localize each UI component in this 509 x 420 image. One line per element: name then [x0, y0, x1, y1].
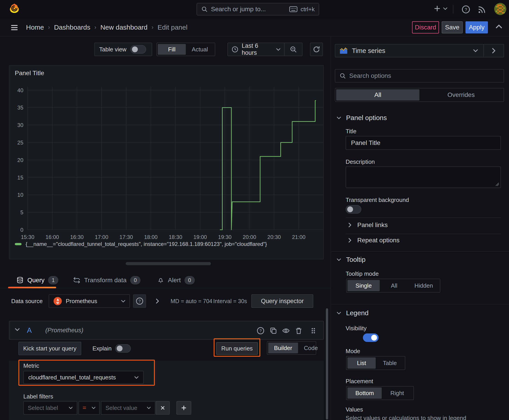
datasource-help-button[interactable]: ?	[133, 294, 146, 308]
explain-switch[interactable]	[115, 344, 131, 353]
overrides-tab[interactable]: Overrides	[419, 89, 503, 100]
delete-query-trash-icon[interactable]	[295, 327, 303, 335]
legend-mode-segmented: List Table	[346, 356, 405, 370]
label-filters-label: Label filters	[23, 393, 53, 400]
legend-placement-bottom-option[interactable]: Bottom	[347, 388, 382, 399]
tooltip-hidden-option[interactable]: Hidden	[409, 280, 439, 291]
explain-label: Explain	[92, 342, 112, 355]
apply-button[interactable]: Apply	[465, 21, 488, 33]
panel-links-collapsed-section[interactable]: Panel links	[348, 220, 387, 230]
chevron-down-icon	[337, 258, 341, 261]
svg-text:20:00: 20:00	[243, 234, 256, 240]
news-rss-icon[interactable]	[478, 5, 486, 14]
collapse-pane-button[interactable]	[495, 24, 502, 29]
select-value-placeholder: Select value	[106, 405, 144, 412]
svg-text:16:30: 16:30	[70, 234, 84, 240]
open-viz-list-button[interactable]	[484, 45, 504, 57]
hide-query-eye-icon[interactable]	[282, 327, 290, 335]
run-queries-button[interactable]: Run queries	[216, 342, 258, 355]
chevron-down-icon[interactable]	[15, 328, 20, 331]
vertical-scrollbar[interactable]	[326, 308, 328, 420]
avatar[interactable]	[494, 3, 506, 15]
breadcrumb-home[interactable]: Home	[26, 23, 44, 31]
tab-alert[interactable]: Alert 0	[157, 272, 195, 288]
legend-placement-right-option[interactable]: Right	[382, 388, 412, 399]
operator-dropdown[interactable]: =	[79, 401, 100, 415]
fill-option[interactable]: Fill	[158, 44, 186, 55]
legend-series-label[interactable]: {__name__="cloudflared_tunnel_total_requ…	[26, 241, 267, 247]
timeseries-chart[interactable]: 051015202530354015:3016:0016:3017:0017:3…	[9, 66, 323, 259]
search-options-placeholder: Search options	[349, 72, 391, 79]
svg-text:0: 0	[20, 227, 23, 233]
resize-handle-icon[interactable]	[495, 182, 499, 186]
remove-filter-button[interactable]	[156, 401, 170, 415]
tab-alert-count: 0	[184, 276, 195, 285]
repeat-options-collapsed-section[interactable]: Repeat options	[348, 235, 400, 245]
chevron-right-icon	[348, 238, 351, 243]
tooltip-all-option[interactable]: All	[380, 280, 409, 291]
svg-text:?: ?	[259, 329, 262, 333]
drag-handle-icon[interactable]	[309, 327, 317, 335]
repeat-options-label: Repeat options	[357, 237, 400, 244]
svg-text:19:00: 19:00	[193, 234, 207, 240]
panel-options-section-header[interactable]: Panel options	[337, 114, 387, 122]
title-label: Title	[346, 128, 356, 135]
help-button[interactable]: ?	[461, 5, 471, 14]
legend-mode-list-option[interactable]: List	[347, 357, 376, 369]
legend-mode-table-option[interactable]: Table	[376, 357, 404, 369]
discard-button[interactable]: Discard	[412, 21, 439, 33]
query-options-expand-chevron[interactable]	[156, 294, 159, 308]
tooltip-section-header[interactable]: Tooltip	[337, 256, 365, 263]
time-range-button[interactable]: Last 6 hours	[228, 42, 284, 56]
legend-section-header[interactable]: Legend	[337, 309, 369, 317]
add-menu-button[interactable]	[433, 5, 448, 13]
search-options-input[interactable]: Search options	[335, 69, 504, 82]
chevron-right-icon: ›	[48, 24, 50, 31]
svg-text:40: 40	[17, 87, 23, 93]
zoom-out-button[interactable]	[285, 45, 302, 53]
max-data-points-summary: MD = auto = 704	[171, 294, 212, 308]
tooltip-single-option[interactable]: Single	[347, 280, 380, 291]
visualization-picker[interactable]: Time series	[335, 44, 504, 57]
query-help-icon[interactable]: ?	[257, 327, 265, 335]
svg-text:18:30: 18:30	[169, 234, 182, 240]
add-filter-button[interactable]	[176, 401, 191, 415]
description-textarea[interactable]	[346, 166, 501, 188]
breadcrumb-dashboards[interactable]: Dashboards	[54, 23, 91, 31]
grafana-logo[interactable]	[8, 3, 21, 15]
select-value-dropdown[interactable]: Select value	[101, 401, 155, 415]
code-option[interactable]: Code	[298, 343, 324, 353]
datasource-picker[interactable]: Prometheus	[49, 294, 130, 308]
operator-value: =	[83, 404, 89, 412]
tooltip-mode-label: Tooltip mode	[346, 270, 379, 277]
actual-option[interactable]: Actual	[186, 44, 214, 55]
all-tab[interactable]: All	[336, 89, 419, 100]
svg-text:20: 20	[17, 157, 23, 163]
metric-select[interactable]: cloudflared_tunnel_total_requests	[23, 371, 144, 384]
save-button[interactable]: Save	[442, 21, 463, 33]
legend-visibility-switch[interactable]	[363, 333, 379, 342]
table-view-switch[interactable]	[130, 45, 146, 54]
legend-values-label: Values	[346, 406, 363, 413]
query-row-header[interactable]: A (Prometheus) ?	[9, 321, 324, 340]
viz-type-label: Time series	[352, 47, 473, 54]
active-tab-underline	[8, 287, 56, 288]
breadcrumb-new-dashboard[interactable]: New dashboard	[100, 23, 147, 31]
chevron-down-icon	[443, 7, 448, 10]
tab-query[interactable]: Query 1	[16, 272, 58, 288]
tab-transform[interactable]: Transform data 0	[73, 272, 140, 288]
time-picker-group: Last 6 hours	[227, 43, 303, 56]
menu-hamburger-icon[interactable]	[10, 24, 19, 31]
panel-title-input[interactable]	[346, 136, 501, 150]
svg-text:16:00: 16:00	[46, 234, 59, 240]
duplicate-query-icon[interactable]	[269, 327, 277, 335]
global-search-input[interactable]: Search or jump to... ctrl+k	[197, 3, 319, 15]
select-label-dropdown[interactable]: Select label	[23, 401, 77, 415]
pane-splitter-handle[interactable]	[126, 262, 211, 265]
kick-start-query-button[interactable]: Kick start your query	[18, 342, 81, 355]
query-inspector-button[interactable]: Query inspector	[251, 294, 313, 308]
transparent-background-switch[interactable]	[346, 205, 361, 214]
builder-option[interactable]: Builder	[268, 343, 298, 353]
refresh-button[interactable]	[310, 43, 323, 56]
chart-legend[interactable]: {__name__="cloudflared_tunnel_total_requ…	[15, 241, 267, 247]
